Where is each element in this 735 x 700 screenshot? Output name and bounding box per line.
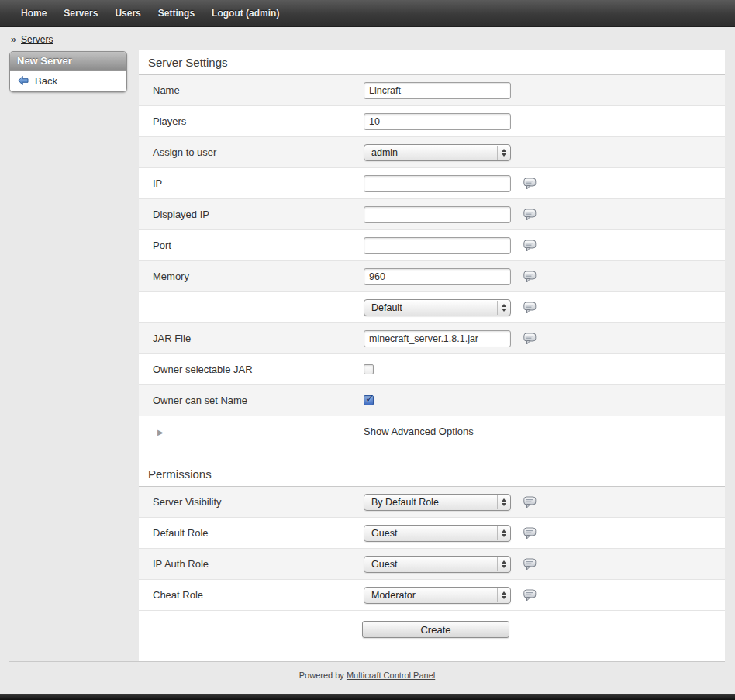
breadcrumb-symbol: »: [11, 34, 16, 45]
form-row-memory-preset: Default: [139, 292, 725, 323]
select-stepper-icon: [497, 588, 509, 602]
form-row-name: Name: [139, 75, 725, 106]
disclosure-triangle-icon: ▶: [157, 428, 164, 436]
select-value: By Default Role: [371, 497, 439, 508]
footer-text: Powered by: [299, 671, 344, 680]
players-label: Players: [153, 116, 364, 127]
bottom-bar: [0, 694, 735, 700]
select-value: Guest: [371, 559, 397, 570]
form-row-port: Port: [139, 230, 725, 261]
select-stepper-icon: [497, 146, 509, 160]
jar-file-input[interactable]: [364, 330, 511, 347]
help-icon[interactable]: [523, 527, 537, 540]
default-role-select[interactable]: Guest: [364, 525, 511, 542]
help-icon[interactable]: [523, 496, 537, 509]
form-row-displayed-ip: Displayed IP: [139, 199, 725, 230]
memory-preset-select[interactable]: Default: [364, 299, 511, 316]
cheat-role-label: Cheat Role: [153, 589, 364, 601]
nav-item-settings[interactable]: Settings: [150, 8, 203, 19]
assign-to-user-label: Assign to user: [153, 147, 364, 158]
help-icon[interactable]: [523, 209, 537, 221]
owner-can-set-name-label: Owner can set Name: [153, 395, 364, 406]
server-settings-heading: Server Settings: [139, 50, 725, 75]
form-row-server-visibility: Server Visibility By Default Role: [139, 487, 725, 518]
form-row-jar-file: JAR File: [139, 323, 725, 354]
owner-selectable-jar-label: Owner selectable JAR: [153, 364, 364, 375]
form-row-advanced-options: ▶ Show Advanced Options: [139, 416, 725, 447]
select-value: Default: [371, 302, 402, 313]
nav-item-home[interactable]: Home: [12, 8, 55, 19]
port-label: Port: [153, 240, 364, 251]
players-input[interactable]: [364, 113, 511, 130]
jar-file-label: JAR File: [153, 333, 364, 344]
help-icon[interactable]: [523, 302, 537, 314]
sidebar: New Server Back: [9, 51, 127, 92]
select-value: admin: [371, 147, 398, 158]
nav-item-logout[interactable]: Logout (admin): [203, 8, 288, 19]
help-icon[interactable]: [523, 589, 537, 602]
nav-item-servers[interactable]: Servers: [55, 8, 106, 19]
form-row-default-role: Default Role Guest: [139, 518, 725, 549]
form-row-ip-auth-role: IP Auth Role Guest: [139, 549, 725, 580]
owner-selectable-jar-checkbox[interactable]: [364, 364, 374, 374]
ip-input[interactable]: [364, 175, 511, 192]
form-row-players: Players: [139, 106, 725, 137]
form-row-memory: Memory: [139, 261, 725, 292]
memory-label: Memory: [153, 271, 364, 282]
page: Home Servers Users Settings Logout (admi…: [0, 0, 735, 700]
select-stepper-icon: [497, 495, 509, 509]
server-visibility-label: Server Visibility: [153, 496, 364, 508]
select-value: Moderator: [371, 590, 416, 601]
default-role-label: Default Role: [153, 527, 364, 539]
help-icon[interactable]: [523, 558, 537, 571]
footer: Powered by Multicraft Control Panel: [9, 661, 725, 688]
select-stepper-icon: [497, 301, 509, 315]
breadcrumb: » Servers: [9, 27, 725, 50]
create-button[interactable]: Create: [362, 621, 509, 638]
top-navigation: Home Servers Users Settings Logout (admi…: [0, 0, 735, 27]
ip-label: IP: [153, 178, 364, 189]
show-advanced-options-link[interactable]: Show Advanced Options: [364, 426, 474, 437]
displayed-ip-label: Displayed IP: [153, 209, 364, 220]
help-icon[interactable]: [523, 271, 537, 283]
form-row-cheat-role: Cheat Role Moderator: [139, 580, 725, 611]
select-value: Guest: [371, 528, 397, 539]
form-row-assign-to-user: Assign to user admin: [139, 137, 725, 168]
select-stepper-icon: [497, 526, 509, 540]
sidebar-title: New Server: [10, 52, 126, 71]
select-stepper-icon: [497, 557, 509, 571]
sidebar-back-button[interactable]: Back: [10, 71, 126, 91]
server-visibility-select[interactable]: By Default Role: [364, 494, 511, 511]
help-icon[interactable]: [523, 178, 537, 190]
breadcrumb-servers-link[interactable]: Servers: [21, 34, 53, 45]
permissions-form: Server Visibility By Default Role: [139, 487, 725, 611]
create-row: Create: [139, 611, 725, 650]
form-row-ip: IP: [139, 168, 725, 199]
ip-auth-role-select[interactable]: Guest: [364, 556, 511, 573]
name-input[interactable]: [364, 82, 511, 99]
assign-to-user-select[interactable]: admin: [364, 144, 511, 161]
port-input[interactable]: [364, 237, 511, 254]
back-label: Back: [35, 75, 57, 87]
displayed-ip-input[interactable]: [364, 206, 511, 223]
nav-item-users[interactable]: Users: [106, 8, 149, 19]
help-icon[interactable]: [523, 333, 537, 345]
server-settings-form: Name Players Assign to user: [139, 75, 725, 447]
owner-can-set-name-checkbox[interactable]: [364, 395, 374, 405]
name-label: Name: [153, 84, 364, 96]
multicraft-control-panel-link[interactable]: Multicraft Control Panel: [347, 671, 435, 680]
ip-auth-role-label: IP Auth Role: [153, 558, 364, 570]
form-row-owner-selectable-jar: Owner selectable JAR: [139, 354, 725, 385]
cheat-role-select[interactable]: Moderator: [364, 587, 511, 604]
back-arrow-icon: [17, 74, 29, 87]
main-panel: Server Settings Name Players: [139, 50, 725, 661]
permissions-heading: Permissions: [139, 447, 725, 487]
help-icon[interactable]: [523, 240, 537, 252]
memory-input[interactable]: [364, 268, 511, 285]
form-row-owner-can-set-name: Owner can set Name: [139, 385, 725, 416]
